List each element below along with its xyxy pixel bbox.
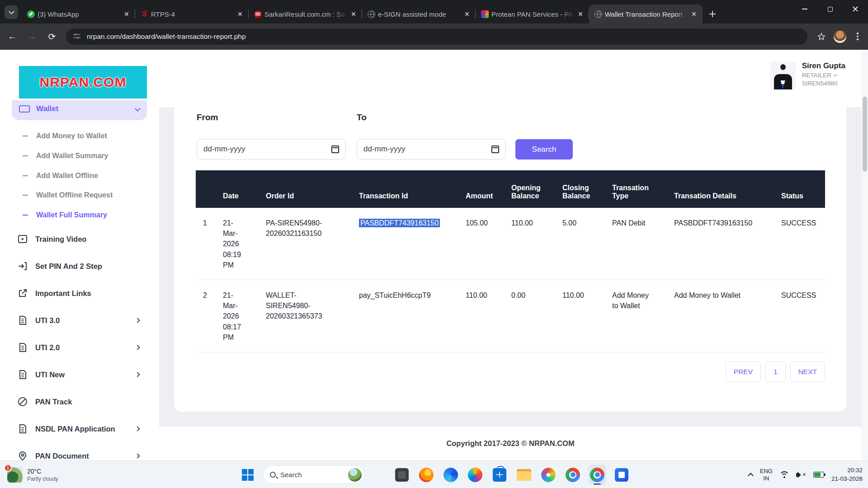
sidebar-item-important-links[interactable]: Important Links bbox=[0, 287, 159, 300]
sidebar-item-wallet[interactable]: Wallet bbox=[12, 100, 147, 120]
page-number-button[interactable]: 1 bbox=[765, 361, 786, 382]
system-tray: ENG IN 20:32 21-03-2026 bbox=[749, 465, 865, 485]
prev-page-button[interactable]: PREV bbox=[726, 361, 761, 382]
forward-button[interactable]: → bbox=[24, 29, 40, 44]
sidebar-item-uti-3-0[interactable]: UTI 3.0 bbox=[0, 314, 159, 327]
cell-transation-type: Add Money to Wallet bbox=[605, 280, 667, 311]
weather-icon: 1 bbox=[7, 467, 23, 483]
browser-profile-avatar[interactable] bbox=[834, 30, 846, 43]
volume-muted-icon[interactable] bbox=[796, 471, 806, 479]
taskbar-app-store[interactable] bbox=[491, 465, 509, 485]
close-icon[interactable] bbox=[463, 10, 471, 18]
user-profile[interactable]: Siren Gupta RETAILER SIREN54980 bbox=[770, 61, 845, 89]
taskbar-app-copilot[interactable] bbox=[466, 465, 484, 485]
tray-chevron-up-icon[interactable] bbox=[748, 473, 754, 479]
sidebar-item-pan-document[interactable]: PAN Document bbox=[0, 450, 159, 460]
search-button[interactable]: Search bbox=[515, 139, 573, 160]
back-button[interactable]: ← bbox=[5, 29, 20, 44]
cell-transaction-id[interactable]: PASBDDFT7439163150 bbox=[352, 208, 458, 228]
tab-search-button[interactable] bbox=[5, 5, 18, 19]
from-date-input[interactable] bbox=[197, 139, 346, 160]
blue-app-icon bbox=[615, 468, 628, 482]
tab-protean[interactable]: Protean PAN Services - PAN bbox=[476, 5, 589, 23]
taskbar-app-firefox[interactable] bbox=[417, 465, 435, 485]
taskbar-app-edge[interactable] bbox=[442, 465, 460, 485]
minimize-button[interactable] bbox=[792, 0, 817, 18]
document-icon bbox=[17, 315, 28, 326]
maximize-button[interactable] bbox=[817, 0, 843, 18]
user-role[interactable]: RETAILER bbox=[802, 72, 845, 79]
close-icon[interactable] bbox=[123, 10, 131, 18]
close-icon[interactable] bbox=[690, 10, 698, 18]
language-indicator[interactable]: ENG IN bbox=[760, 468, 773, 482]
taskbar-app-chrome[interactable] bbox=[564, 465, 582, 485]
sidebar-item-uti-new[interactable]: UTI New bbox=[0, 368, 159, 381]
user-info: Siren Gupta RETAILER SIREN54980 bbox=[802, 61, 845, 87]
tab-rtps[interactable]: S RTPS-4 bbox=[135, 5, 249, 23]
search-highlight-image[interactable] bbox=[348, 468, 362, 482]
tab-title: Protean PAN Services - PAN bbox=[491, 10, 574, 18]
sidebar-item-uti-2-0[interactable]: UTI 2.0 bbox=[0, 341, 159, 354]
bookmark-star-button[interactable] bbox=[814, 29, 829, 44]
to-date-field[interactable] bbox=[363, 145, 491, 154]
wallet-icon bbox=[19, 105, 30, 113]
wifi-icon[interactable] bbox=[780, 471, 789, 479]
weather-widget[interactable]: 1 20°C Partly cloudy bbox=[4, 465, 62, 485]
edge-icon bbox=[443, 468, 458, 482]
close-icon[interactable] bbox=[349, 10, 358, 18]
sidebar-item-set-pin-and-2-step[interactable]: Set PIN And 2 Step bbox=[0, 260, 159, 272]
site-info-icon[interactable] bbox=[73, 33, 81, 41]
rtps-icon: S bbox=[141, 10, 148, 18]
maximize-icon bbox=[828, 7, 833, 12]
sidebar-item-add-wallet-offline[interactable]: Add Wallet Offline bbox=[0, 170, 159, 182]
url-text[interactable]: nrpan.com/dashboard/wallet-transaction-r… bbox=[87, 33, 246, 41]
tab-whatsapp[interactable]: (3) WhatsApp bbox=[22, 5, 135, 23]
sidebar-item-wallet-offline-request[interactable]: Wallet Offline Request bbox=[0, 189, 159, 201]
close-icon[interactable] bbox=[576, 10, 585, 18]
close-icon[interactable] bbox=[236, 10, 244, 18]
from-date-field[interactable] bbox=[203, 145, 331, 154]
tab-wallet-transaction-report[interactable]: Wallet Transaction Report bbox=[589, 5, 703, 23]
taskbar-app-photos[interactable] bbox=[539, 465, 557, 485]
search-placeholder: Search bbox=[280, 471, 348, 479]
taskbar-app-blue[interactable] bbox=[613, 465, 631, 485]
site-logo[interactable]: NRPAN.COM bbox=[19, 66, 147, 99]
reload-button[interactable]: ⟳ bbox=[44, 29, 60, 44]
tab-title: Wallet Transaction Report bbox=[605, 10, 687, 18]
sidebar-item-pan-track[interactable]: PAN Track bbox=[0, 395, 159, 408]
calendar-icon[interactable] bbox=[491, 145, 499, 153]
taskbar-app-chrome-active[interactable] bbox=[588, 465, 606, 485]
tab-title: SarkariResult.com.cm : Sark bbox=[264, 10, 347, 18]
to-date-input[interactable] bbox=[357, 139, 506, 160]
tab-esign[interactable]: e-SIGN assisted mode bbox=[362, 5, 476, 23]
sidebar-item-training-video[interactable]: Training Video bbox=[0, 233, 159, 245]
chevron-right-icon bbox=[135, 453, 140, 458]
calendar-icon[interactable] bbox=[331, 145, 339, 153]
scrollbar-thumb[interactable] bbox=[863, 97, 867, 172]
logo-text: NRPAN.COM bbox=[40, 75, 127, 90]
browser-menu-button[interactable] bbox=[851, 30, 864, 43]
new-tab-button[interactable] bbox=[706, 8, 719, 20]
taskbar-app-file-explorer[interactable] bbox=[515, 465, 533, 485]
taskbar-search[interactable]: Search bbox=[263, 465, 365, 484]
next-page-button[interactable]: NEXT bbox=[790, 361, 825, 382]
cell-closing-balance: 5.00 bbox=[555, 208, 605, 228]
sidebar-item-wallet-full-summary[interactable]: Wallet Full Summary bbox=[0, 209, 159, 221]
address-bar[interactable]: nrpan.com/dashboard/wallet-transaction-r… bbox=[66, 28, 807, 45]
sidebar-item-add-money-to-wallet[interactable]: Add Money to Wallet bbox=[0, 130, 159, 142]
column-header-transation-details: Transation Details bbox=[667, 192, 774, 208]
cell-transation-type: PAN Debit bbox=[605, 208, 667, 228]
sidebar-item-add-wallet-summary[interactable]: Add Wallet Summary bbox=[0, 150, 159, 162]
column-header-opening-balance: Opening Balance bbox=[504, 184, 555, 208]
sidebar-item-nsdl-pan-application[interactable]: NSDL PAN Application bbox=[0, 422, 159, 435]
scrollbar[interactable] bbox=[862, 50, 868, 460]
minimize-icon bbox=[802, 9, 807, 9]
close-window-button[interactable] bbox=[843, 0, 868, 18]
dark-app-icon bbox=[395, 468, 409, 482]
tab-sarkariresult[interactable]: SarkariResult.com.cm : Sark bbox=[249, 5, 362, 23]
start-button[interactable] bbox=[239, 465, 257, 485]
windows-taskbar: 1 20°C Partly cloudy Search bbox=[0, 460, 868, 488]
taskbar-clock[interactable]: 20:32 21-03-2026 bbox=[831, 466, 863, 483]
taskbar-app-dark[interactable] bbox=[393, 465, 411, 485]
battery-charging-icon[interactable] bbox=[813, 472, 824, 478]
